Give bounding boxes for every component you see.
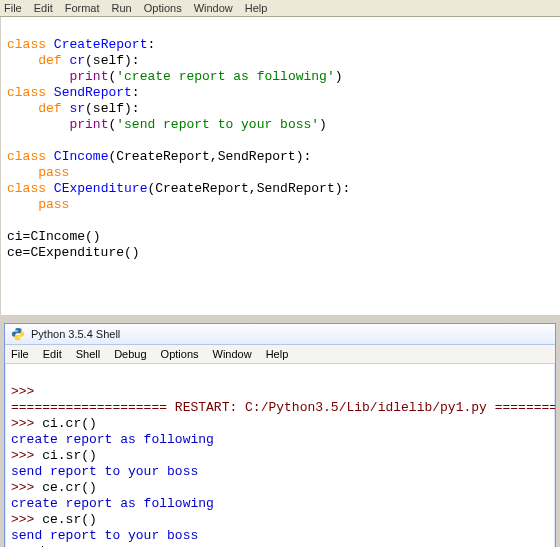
kw-def: def (38, 101, 61, 116)
code-text: (self): (85, 53, 140, 68)
kw-class: class (7, 149, 46, 164)
menu-window[interactable]: Window (194, 2, 233, 14)
shell-input: ce.cr() (42, 480, 97, 495)
shell-output: create report as following (11, 432, 214, 447)
shell-menu-help[interactable]: Help (266, 348, 289, 360)
fn-name: sr (69, 101, 85, 116)
builtin-print: print (69, 69, 108, 84)
code-text: ci=CIncome() (7, 229, 101, 244)
shell-menu-shell[interactable]: Shell (76, 348, 100, 360)
kw-pass: pass (38, 165, 69, 180)
menu-edit[interactable]: Edit (34, 2, 53, 14)
code-text: ce=CExpenditure() (7, 245, 140, 260)
menu-help[interactable]: Help (245, 2, 268, 14)
code-text: : (132, 85, 140, 100)
kw-class: class (7, 37, 46, 52)
shell-window: Python 3.5.4 Shell File Edit Shell Debug… (4, 323, 556, 547)
code-text: (CreateReport,SendReport): (147, 181, 350, 196)
shell-menubar: File Edit Shell Debug Options Window Hel… (5, 345, 555, 364)
shell-input: ci.sr() (42, 448, 97, 463)
kw-class: class (7, 181, 46, 196)
class-name: SendReport (54, 85, 132, 100)
menu-file[interactable]: File (4, 2, 22, 14)
shell-input: ci.cr() (42, 416, 97, 431)
shell-body[interactable]: >>> ==================== RESTART: C:/Pyt… (5, 364, 555, 547)
shell-titlebar[interactable]: Python 3.5.4 Shell (5, 324, 555, 345)
shell-menu-window[interactable]: Window (213, 348, 252, 360)
fn-name: cr (69, 53, 85, 68)
builtin-print: print (69, 117, 108, 132)
shell-input: ce.sr() (42, 512, 97, 527)
code-text: ) (335, 69, 343, 84)
string-literal: 'send report to your boss' (116, 117, 319, 132)
shell-prompt: >>> (11, 384, 42, 399)
editor-menubar: File Edit Format Run Options Window Help (0, 0, 560, 17)
shell-menu-edit[interactable]: Edit (43, 348, 62, 360)
code-text: ) (319, 117, 327, 132)
shell-title: Python 3.5.4 Shell (31, 328, 120, 340)
shell-menu-file[interactable]: File (11, 348, 29, 360)
code-text: : (147, 37, 155, 52)
code-text: (self): (85, 101, 140, 116)
python-icon (11, 327, 25, 341)
restart-line: ==================== RESTART: C:/Python3… (11, 400, 555, 415)
class-name: CreateReport (54, 37, 148, 52)
menu-format[interactable]: Format (65, 2, 100, 14)
shell-output: send report to your boss (11, 464, 198, 479)
kw-pass: pass (38, 197, 69, 212)
code-text: (CreateReport,SendReport): (108, 149, 311, 164)
shell-prompt: >>> (11, 448, 42, 463)
shell-output: create report as following (11, 496, 214, 511)
class-name: CExpenditure (54, 181, 148, 196)
class-name: CIncome (54, 149, 109, 164)
shell-prompt: >>> (11, 512, 42, 527)
menu-run[interactable]: Run (112, 2, 132, 14)
kw-class: class (7, 85, 46, 100)
editor-pane[interactable]: class CreateReport: def cr(self): print(… (0, 17, 560, 315)
string-literal: 'create report as following' (116, 69, 334, 84)
kw-def: def (38, 53, 61, 68)
shell-prompt: >>> (11, 416, 42, 431)
shell-output: send report to your boss (11, 528, 198, 543)
shell-prompt: >>> (11, 480, 42, 495)
shell-menu-options[interactable]: Options (161, 348, 199, 360)
menu-options[interactable]: Options (144, 2, 182, 14)
shell-menu-debug[interactable]: Debug (114, 348, 146, 360)
